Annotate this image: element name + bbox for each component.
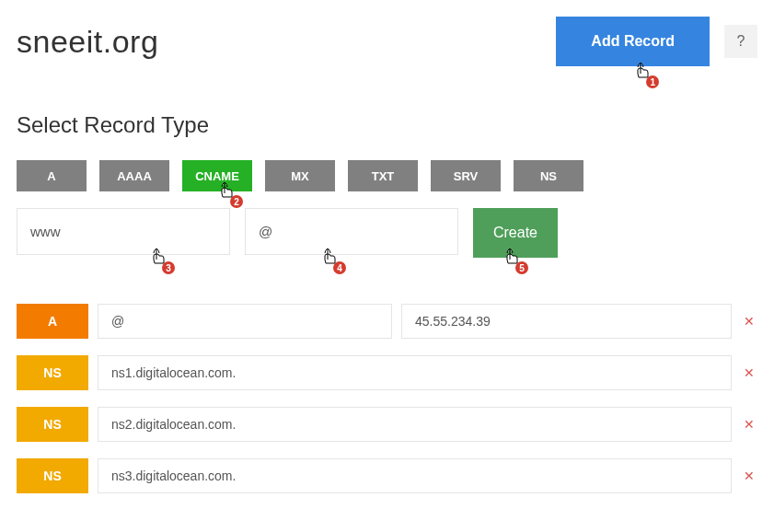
record-type-badge: A [17,304,88,339]
record-type-tabs: A AAAA CNAME 2 MX TXT SRV NS [17,160,757,191]
type-srv[interactable]: SRV [431,160,501,191]
record-type-badge: NS [17,407,88,442]
type-mx[interactable]: MX [265,160,335,191]
table-row: NS ns3.digitalocean.com. ✕ [17,458,757,493]
type-txt[interactable]: TXT [348,160,418,191]
create-button[interactable]: Create [473,208,558,258]
table-row: NS ns1.digitalocean.com. ✕ [17,355,757,390]
record-name[interactable]: ns1.digitalocean.com. [98,355,732,390]
table-row: NS ns2.digitalocean.com. ✕ [17,407,757,442]
add-record-button[interactable]: Add Record [556,17,710,66]
hostname-input[interactable] [17,208,230,255]
delete-record-icon[interactable]: ✕ [741,355,757,390]
delete-record-icon[interactable]: ✕ [741,304,757,339]
record-type-badge: NS [17,355,88,390]
record-value[interactable]: 45.55.234.39 [401,304,732,339]
delete-record-icon[interactable]: ✕ [741,407,757,442]
domain-title: sneeit.org [17,24,158,60]
help-button[interactable]: ? [724,25,757,58]
record-name[interactable]: ns2.digitalocean.com. [98,407,732,442]
record-name[interactable]: ns3.digitalocean.com. [98,458,732,493]
record-name[interactable]: @ [98,304,392,339]
table-row: A @ 45.55.234.39 ✕ [17,304,757,339]
target-input[interactable] [245,208,458,255]
section-title: Select Record Type [17,112,757,138]
type-aaaa[interactable]: AAAA [99,160,169,191]
type-a[interactable]: A [17,160,87,191]
delete-record-icon[interactable]: ✕ [741,458,757,493]
type-cname[interactable]: CNAME [182,160,252,191]
type-ns[interactable]: NS [514,160,583,191]
record-type-badge: NS [17,458,88,493]
